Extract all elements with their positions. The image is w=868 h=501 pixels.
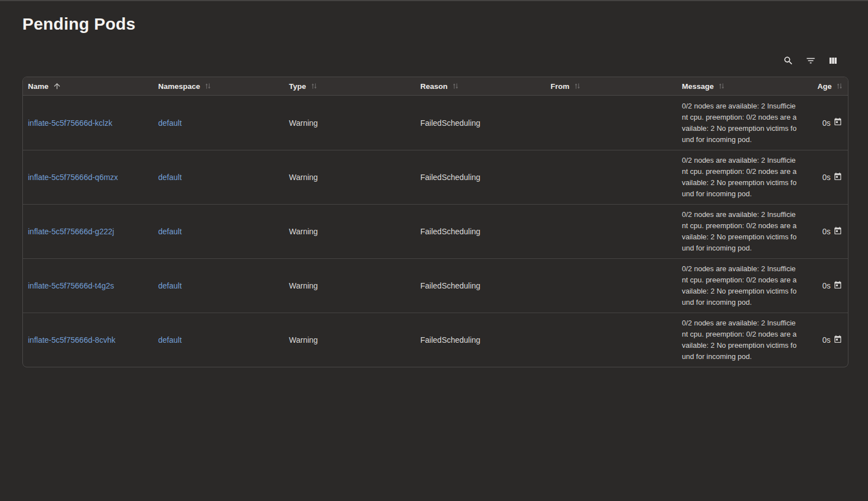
cell-from (546, 150, 677, 204)
cell-namespace: default (153, 259, 284, 313)
cell-from (546, 313, 677, 367)
cell-age: 0s (805, 150, 848, 204)
cell-from (546, 259, 677, 313)
calendar-icon (833, 226, 842, 237)
cell-message: 0/2 nodes are available: 2 Insufficient … (677, 150, 805, 204)
column-header-age[interactable]: Age (805, 77, 848, 95)
calendar-icon (833, 335, 842, 346)
namespace-link[interactable]: default (158, 227, 182, 236)
table-row: inflate-5c5f75666d-g222j default Warning… (23, 204, 848, 258)
sort-both-icon (310, 82, 318, 90)
cell-namespace: default (153, 205, 284, 258)
cell-message: 0/2 nodes are available: 2 Insufficient … (677, 96, 805, 150)
column-header-namespace[interactable]: Namespace (153, 77, 284, 95)
cell-reason: FailedScheduling (415, 96, 546, 150)
sort-both-icon (204, 82, 212, 90)
columns-icon (828, 55, 838, 66)
column-header-message[interactable]: Message (677, 77, 805, 95)
cell-message: 0/2 nodes are available: 2 Insufficient … (677, 205, 805, 258)
column-label: Age (817, 82, 832, 91)
cell-message: 0/2 nodes are available: 2 Insufficient … (677, 259, 805, 313)
column-header-from[interactable]: From (546, 77, 677, 95)
table-toolbar (22, 55, 838, 66)
cell-name: inflate-5c5f75666d-kclzk (23, 96, 153, 150)
search-button[interactable] (782, 55, 794, 66)
cell-age: 0s (805, 259, 848, 313)
cell-reason: FailedScheduling (415, 259, 546, 313)
cell-type: Warning (284, 313, 415, 367)
top-divider (0, 0, 868, 1)
pod-link[interactable]: inflate-5c5f75666d-q6mzx (28, 173, 118, 182)
sort-both-icon (452, 82, 459, 90)
cell-type: Warning (284, 150, 415, 204)
cell-namespace: default (153, 150, 284, 204)
filter-button[interactable] (805, 55, 816, 66)
pod-link[interactable]: inflate-5c5f75666d-g222j (28, 227, 114, 236)
sort-both-icon (836, 82, 843, 90)
page-title: Pending Pods (22, 13, 848, 35)
cell-message: 0/2 nodes are available: 2 Insufficient … (677, 313, 805, 367)
calendar-icon (833, 172, 842, 183)
cell-name: inflate-5c5f75666d-8cvhk (23, 313, 153, 367)
cell-namespace: default (153, 96, 284, 150)
namespace-link[interactable]: default (158, 173, 182, 182)
cell-reason: FailedScheduling (415, 313, 546, 367)
table-row: inflate-5c5f75666d-8cvhk default Warning… (23, 313, 848, 367)
column-label: Name (28, 82, 49, 91)
calendar-icon (833, 117, 842, 128)
search-icon (783, 55, 794, 66)
age-value: 0s (822, 119, 831, 127)
cell-namespace: default (153, 313, 284, 367)
cell-name: inflate-5c5f75666d-t4g2s (23, 259, 153, 313)
cell-from (546, 205, 677, 258)
column-label: Type (289, 82, 306, 91)
namespace-link[interactable]: default (158, 281, 182, 290)
cell-from (546, 96, 677, 150)
pending-pods-table: Name Namespace Type Reason (22, 77, 848, 367)
sort-ascending-icon (53, 82, 61, 91)
table-header-row: Name Namespace Type Reason (23, 77, 848, 96)
cell-type: Warning (284, 96, 415, 150)
column-label: Namespace (158, 82, 200, 91)
filter-icon (805, 55, 816, 66)
cell-name: inflate-5c5f75666d-q6mzx (23, 150, 153, 204)
table-row: inflate-5c5f75666d-kclzk default Warning… (23, 96, 848, 150)
cell-name: inflate-5c5f75666d-g222j (23, 205, 153, 258)
table-row: inflate-5c5f75666d-t4g2s default Warning… (23, 258, 848, 313)
table-body: inflate-5c5f75666d-kclzk default Warning… (23, 96, 848, 367)
column-header-reason[interactable]: Reason (415, 77, 546, 95)
age-value: 0s (822, 227, 831, 236)
namespace-link[interactable]: default (158, 335, 182, 344)
sort-both-icon (573, 82, 581, 90)
column-label: Reason (420, 82, 448, 91)
age-value: 0s (822, 173, 831, 182)
column-label: From (551, 82, 570, 91)
namespace-link[interactable]: default (158, 119, 182, 127)
table-row: inflate-5c5f75666d-q6mzx default Warning… (23, 150, 848, 204)
pod-link[interactable]: inflate-5c5f75666d-8cvhk (28, 335, 115, 344)
columns-button[interactable] (827, 55, 838, 66)
sort-both-icon (718, 82, 725, 90)
column-label: Message (682, 82, 714, 91)
cell-reason: FailedScheduling (415, 205, 546, 258)
pending-pods-page: Pending Pods Name N (0, 13, 868, 367)
pod-link[interactable]: inflate-5c5f75666d-t4g2s (28, 281, 114, 290)
cell-type: Warning (284, 205, 415, 258)
calendar-icon (833, 281, 842, 291)
age-value: 0s (822, 281, 831, 290)
cell-age: 0s (805, 313, 848, 367)
cell-type: Warning (284, 259, 415, 313)
column-header-name[interactable]: Name (23, 77, 153, 95)
cell-age: 0s (805, 205, 848, 258)
cell-age: 0s (805, 96, 848, 150)
cell-reason: FailedScheduling (415, 150, 546, 204)
column-header-type[interactable]: Type (284, 77, 415, 95)
age-value: 0s (822, 335, 831, 344)
pod-link[interactable]: inflate-5c5f75666d-kclzk (28, 119, 112, 127)
